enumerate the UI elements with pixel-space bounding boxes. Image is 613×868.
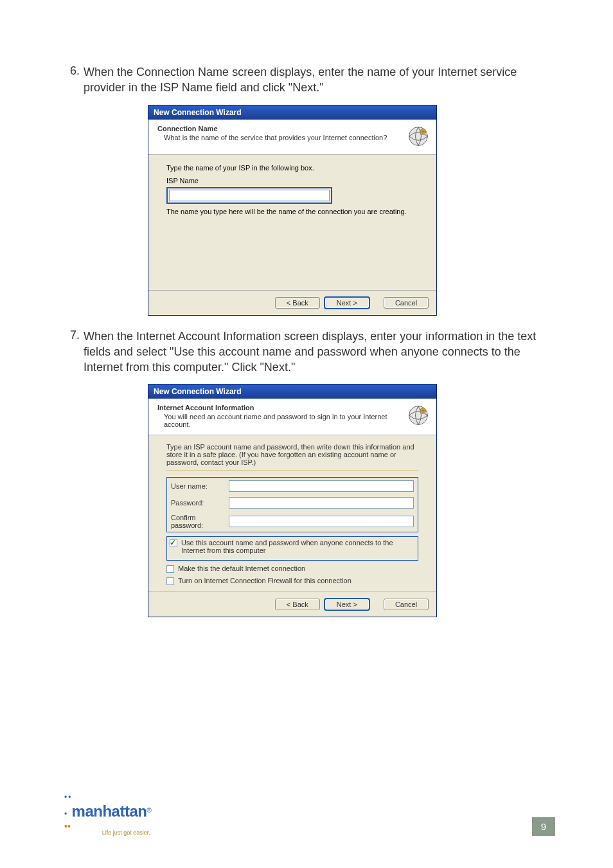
use-account-checkbox[interactable] bbox=[170, 539, 177, 547]
password-input[interactable] bbox=[229, 497, 414, 509]
step-7-text: When the Internet Account Information sc… bbox=[84, 329, 546, 375]
step-6: 6. When the Connection Name screen displ… bbox=[64, 64, 555, 96]
wizard1-prompt: Type the name of your ISP in the followi… bbox=[166, 164, 418, 172]
cancel-button[interactable]: Cancel bbox=[384, 599, 429, 610]
use-account-label: Use this account name and password when … bbox=[181, 539, 415, 554]
next-button[interactable]: Next > bbox=[324, 599, 369, 610]
cancel-button[interactable]: Cancel bbox=[384, 297, 429, 309]
isp-name-input[interactable] bbox=[169, 190, 330, 201]
confirm-password-input[interactable] bbox=[229, 516, 414, 527]
globe-network-icon bbox=[407, 404, 430, 427]
step-6-number: 6. bbox=[64, 64, 84, 96]
step-7-number: 7. bbox=[64, 329, 84, 375]
wizard-connection-name: New Connection Wizard Connection Name Wh… bbox=[148, 105, 437, 316]
firewall-checkbox[interactable] bbox=[166, 577, 174, 585]
user-name-label: User name: bbox=[171, 482, 229, 490]
wizard1-note: The name you type here will be the name … bbox=[166, 208, 418, 215]
wizard1-heading: Connection Name bbox=[157, 125, 402, 132]
wizard1-header: Connection Name What is the name of the … bbox=[148, 120, 436, 155]
back-button[interactable]: < Back bbox=[275, 297, 320, 309]
default-connection-label: Make this the default Internet connectio… bbox=[178, 565, 305, 572]
wizard1-subheading: What is the name of the service that pro… bbox=[164, 134, 402, 141]
step-6-text: When the Connection Name screen displays… bbox=[84, 64, 546, 96]
wizard2-prompt: Type an ISP account name and password, t… bbox=[148, 435, 436, 466]
page-footer: •• • manhattan® ••Life just got easier. … bbox=[64, 791, 555, 836]
wizard2-titlebar: New Connection Wizard bbox=[148, 384, 436, 399]
user-name-input[interactable] bbox=[229, 480, 414, 492]
step-7: 7. When the Internet Account Information… bbox=[64, 329, 555, 375]
wizard2-heading: Internet Account Information bbox=[157, 404, 402, 411]
confirm-password-label: Confirm password: bbox=[171, 514, 229, 529]
wizard1-titlebar: New Connection Wizard bbox=[148, 105, 436, 120]
firewall-label: Turn on Internet Connection Firewall for… bbox=[178, 577, 351, 584]
page-number: 9 bbox=[532, 817, 555, 836]
divider bbox=[166, 470, 418, 471]
globe-network-icon bbox=[407, 125, 430, 148]
password-label: Password: bbox=[171, 499, 229, 507]
wizard1-button-row: < Back Next > Cancel bbox=[148, 290, 436, 315]
wizard2-header: Internet Account Information You will ne… bbox=[148, 399, 436, 435]
wizard-account-info: New Connection Wizard Internet Account I… bbox=[148, 384, 437, 617]
wizard1-body: Type the name of your ISP in the followi… bbox=[148, 155, 436, 290]
next-button[interactable]: Next > bbox=[324, 297, 369, 309]
wizard2-subheading: You will need an account name and passwo… bbox=[164, 413, 402, 428]
isp-name-label: ISP Name bbox=[166, 177, 418, 185]
wizard2-button-row: < Back Next > Cancel bbox=[148, 592, 436, 617]
logo-tagline: Life just got easier. bbox=[64, 829, 150, 836]
default-connection-checkbox[interactable] bbox=[166, 565, 174, 573]
manhattan-logo: •• • manhattan® ••Life just got easier. bbox=[64, 791, 152, 836]
back-button[interactable]: < Back bbox=[275, 599, 320, 610]
